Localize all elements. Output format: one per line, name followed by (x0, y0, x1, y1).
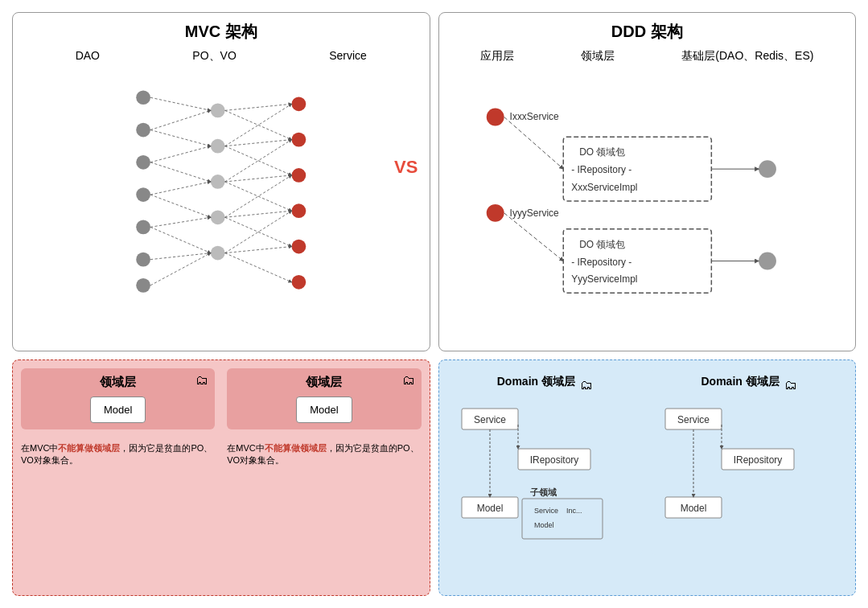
svg-line-59 (504, 213, 563, 261)
svg-text:- IRepository -: - IRepository - (571, 164, 631, 175)
mvc-diagram (21, 68, 422, 302)
svg-point-55 (759, 160, 776, 178)
svg-line-26 (150, 227, 211, 253)
mvc-arrows-svg (21, 68, 422, 302)
ddd-col-app: 应用层 (480, 49, 514, 64)
ddd-arrows-svg: IxxxService IyyyService DO 领域包 - IReposi… (447, 68, 848, 310)
svg-line-19 (150, 110, 211, 129)
ddd-domain-title-2: Domain 领域层 (701, 375, 780, 389)
svg-rect-47 (563, 137, 711, 201)
svg-point-43 (486, 109, 504, 126)
svg-line-18 (150, 97, 211, 110)
ddd-diagram: IxxxService IyyyService DO 领域包 - IReposi… (447, 68, 848, 310)
svg-line-30 (225, 110, 292, 139)
svg-line-29 (225, 104, 292, 110)
svg-point-8 (211, 139, 225, 154)
svg-point-0 (136, 90, 150, 105)
svg-text:IxxxService: IxxxService (509, 111, 558, 122)
svg-text:- IRepository -: - IRepository - (571, 257, 631, 268)
mvc-red-text-2: 不能算做领域层 (265, 443, 327, 453)
mvc-title: MVC 架构 (21, 21, 422, 43)
mvc-model-2: Model (296, 396, 352, 423)
mvc-red-text-1: 不能算做领域层 (58, 443, 120, 453)
svg-line-57 (504, 117, 563, 169)
svg-point-10 (211, 210, 225, 224)
mvc-columns: DAO PO、VO Service (21, 49, 422, 64)
mvc-domain-boxes: 领域层 🗂 Model 领域层 🗂 Model (21, 368, 422, 429)
ddd-domain-boxes: Domain 领域层 🗂 Service IRepository Model (447, 368, 848, 555)
mvc-note-1: 在MVC中不能算做领域层，因为它是贫血的PO、VO对象集合。 (21, 442, 215, 467)
svg-text:子领域: 子领域 (530, 487, 557, 497)
ddd-columns: 应用层 领域层 基础层(DAO、Redis、ES) (447, 49, 848, 64)
mvc-note-2: 在MVC中不能算做领域层，因为它是贫血的PO、VO对象集合。 (227, 442, 421, 467)
svg-point-56 (759, 253, 776, 270)
ddd-domain-title-1: Domain 领域层 (497, 375, 575, 389)
ddd-col-infra: 基础层(DAO、Redis、ES) (681, 49, 813, 64)
svg-point-2 (136, 155, 150, 170)
domain-icon-1: 🗂 (195, 373, 208, 388)
svg-point-13 (292, 133, 306, 147)
svg-line-35 (225, 175, 292, 182)
svg-line-27 (150, 253, 211, 260)
svg-point-4 (136, 220, 150, 235)
svg-text:Model: Model (681, 503, 707, 514)
mvc-domain-section: 领域层 🗂 Model 领域层 🗂 Model 在MVC中不能算做领域层，因为它… (12, 359, 430, 597)
ddd-domain-box-2: Domain 领域层 🗂 Service IRepository Model (651, 368, 847, 555)
svg-point-12 (292, 97, 306, 111)
svg-line-34 (225, 140, 292, 182)
svg-text:YyyServiceImpl: YyyServiceImpl (571, 273, 637, 285)
svg-text:IRepository: IRepository (529, 454, 578, 466)
mvc-col-povo: PO、VO (192, 49, 236, 64)
svg-text:XxxServiceImpl: XxxServiceImpl (571, 182, 637, 193)
svg-line-24 (150, 195, 211, 217)
svg-point-6 (136, 278, 150, 293)
svg-point-1 (136, 123, 150, 138)
mvc-section: MVC 架构 DAO PO、VO Service (12, 12, 430, 351)
svg-point-44 (486, 204, 504, 222)
mvc-domain-title-1: 领域层 (27, 375, 208, 390)
ddd-domain-icon-2: 🗂 (784, 378, 797, 392)
svg-point-17 (292, 275, 306, 290)
svg-line-38 (225, 211, 292, 217)
mvc-model-1: Model (90, 396, 146, 423)
svg-point-3 (136, 187, 150, 202)
svg-text:Inc...: Inc... (566, 507, 582, 515)
svg-line-31 (225, 104, 292, 146)
svg-line-20 (150, 130, 211, 146)
ddd-domain-icon-1: 🗂 (580, 378, 593, 392)
mvc-domain-box-1: 领域层 🗂 Model (21, 368, 215, 429)
ddd-section: DDD 架构 应用层 领域层 基础层(DAO、Redis、ES) IxxxSer… (438, 12, 857, 351)
svg-text:Service: Service (473, 414, 505, 425)
svg-line-42 (225, 253, 292, 282)
mvc-col-dao: DAO (76, 49, 100, 64)
svg-text:DO    领域包: DO 领域包 (579, 146, 625, 158)
ddd-col-domain: 领域层 (581, 49, 615, 64)
mvc-domain-title-2: 领域层 (233, 375, 414, 390)
svg-point-15 (292, 203, 306, 218)
ddd-box2-svg: Service IRepository Model (657, 401, 818, 545)
svg-line-21 (150, 146, 211, 162)
svg-text:Model: Model (476, 503, 503, 514)
svg-line-33 (225, 146, 292, 175)
svg-text:IyyyService: IyyyService (509, 207, 558, 219)
svg-text:IRepository: IRepository (734, 454, 783, 466)
svg-point-7 (211, 104, 225, 118)
svg-text:Service: Service (534, 507, 558, 515)
svg-line-36 (225, 182, 292, 211)
svg-line-23 (150, 182, 211, 195)
svg-rect-68 (522, 499, 603, 539)
mvc-domain-box-2: 领域层 🗂 Model (227, 368, 421, 429)
svg-point-9 (211, 175, 225, 189)
svg-line-22 (150, 162, 211, 182)
svg-point-14 (292, 168, 306, 183)
svg-line-25 (150, 217, 211, 227)
main-container: MVC 架构 DAO PO、VO Service (0, 0, 868, 608)
svg-line-40 (225, 211, 292, 253)
ddd-title: DDD 架构 (447, 21, 848, 43)
ddd-domain-box-1: Domain 领域层 🗂 Service IRepository Model (447, 368, 644, 555)
svg-text:DO    领域包: DO 领域包 (579, 239, 625, 250)
vs-label: VS (394, 157, 418, 178)
svg-line-28 (150, 253, 211, 286)
domain-icon-2: 🗂 (402, 373, 415, 388)
svg-point-5 (136, 253, 150, 267)
